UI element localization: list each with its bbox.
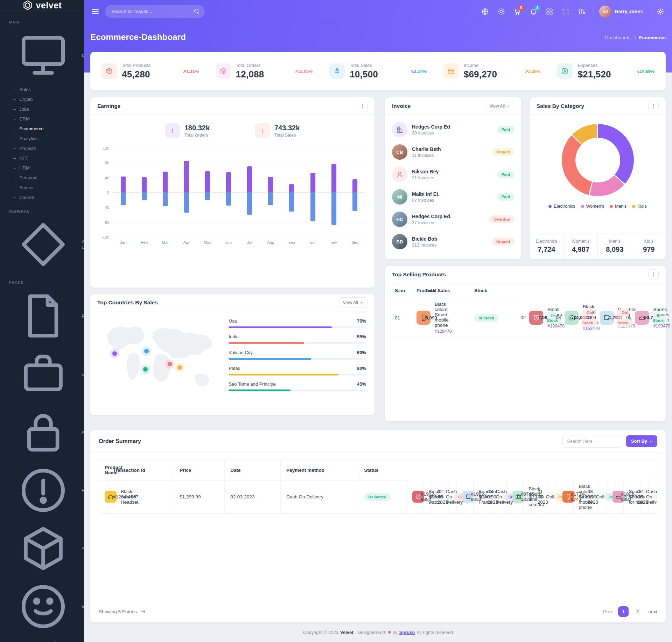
country-name: Sao Tome and Principe (229, 381, 275, 387)
column-header: Price (174, 460, 225, 481)
list-item[interactable]: Nikson Bey 21 Invoices Paid (392, 163, 514, 186)
list-item[interactable]: MI Malbi Inf Et. 07 Invoices Paid (392, 186, 514, 208)
cart-icon[interactable]: 5 (513, 8, 521, 15)
dash-bullet-icon (13, 87, 16, 92)
search-input[interactable] (105, 5, 205, 18)
pagination-prev[interactable]: Prev (603, 609, 613, 614)
list-item[interactable]: HC Hedges Corp Ed. 37 Invoices Overdue (392, 208, 514, 230)
list-item[interactable]: CB Charlie Beth 11 Invoices Unpaid (392, 141, 514, 163)
dash-bullet-icon (13, 136, 16, 141)
product-sku-link[interactable]: #129470 (435, 329, 452, 334)
country-name: Usa (229, 318, 237, 324)
kpi-value: $21,520 (578, 69, 611, 80)
sidebar-item-label: Stocks (19, 185, 33, 190)
sidebar-crypto[interactable]: Crypto (0, 94, 84, 104)
sun-icon[interactable] (497, 8, 505, 15)
sidebar-course[interactable]: Course (0, 192, 84, 202)
map-marker-icon[interactable] (177, 365, 182, 370)
legend-label: Women's (586, 204, 604, 209)
sidebar-nft[interactable]: NFT (0, 153, 84, 163)
pagination-page[interactable]: 2 (632, 606, 643, 617)
sidebar-apps[interactable]: Apps (0, 519, 84, 578)
grid-icon[interactable] (546, 8, 553, 15)
sidebar-pages[interactable]: PAGES (0, 279, 84, 285)
client-name: Bickle Bob (412, 236, 437, 242)
menu-toggle-icon[interactable] (92, 9, 99, 14)
sidebar-analytics[interactable]: Analytics (0, 133, 84, 143)
expand-icon[interactable] (562, 8, 569, 15)
sidebar-dashboards[interactable]: Dashboards 12 (0, 26, 84, 84)
stat-value: 180.32k (184, 124, 210, 132)
heart-icon: ♥ (388, 629, 391, 635)
gear-icon[interactable] (657, 8, 664, 15)
product-sku-link[interactable]: #193470 (653, 324, 670, 329)
sidebar-error[interactable]: Error (0, 461, 84, 519)
status-badge: Paid (497, 193, 514, 201)
map-marker-icon[interactable] (143, 367, 148, 372)
sidebar-icons[interactable]: Icons (0, 578, 84, 636)
sidebar-hrm[interactable]: HRM (0, 163, 84, 173)
sidebar-main[interactable]: MAIN (0, 19, 84, 25)
avatar (392, 122, 407, 137)
list-item[interactable]: BB Bickle Bob 313 Invoices Unpaid (392, 230, 514, 253)
more-menu-button[interactable] (648, 269, 659, 280)
price: $1,299.99 (174, 481, 225, 513)
velvet-logo-icon (22, 0, 33, 11)
user-menu[interactable]: HJ Harry Jones (592, 5, 650, 19)
breadcrumb-dashboards[interactable]: Dashboards (605, 35, 631, 40)
kpi-value: 12,088 (236, 69, 264, 80)
list-item[interactable]: Hedges Corp Ed 30 Invoices Paid (392, 118, 514, 141)
country-percent: 60% (357, 350, 366, 355)
sidebar-personal[interactable]: Personal (0, 173, 84, 182)
map-marker-icon[interactable] (144, 349, 149, 353)
sidebar-ecommerce[interactable]: Ecommerce (0, 124, 84, 133)
sidebar-item-label: Dashboards (82, 53, 84, 58)
more-menu-button[interactable] (648, 101, 659, 111)
table-search-input[interactable] (562, 435, 622, 448)
sidebar-utilities[interactable]: Utilities (0, 345, 84, 403)
status-badge: Delivered (364, 493, 391, 501)
pagination-page[interactable]: 1 (618, 606, 629, 617)
pagination-next[interactable]: next (648, 609, 657, 614)
sidebar-projects[interactable]: Projects (0, 143, 84, 153)
sidebar-advanced-ui[interactable]: Advanced Ui (0, 215, 84, 274)
entries-count: Showing 5 Entries (99, 609, 137, 614)
product-sku-link[interactable]: #153470 (583, 326, 600, 331)
bell-icon[interactable]: 3 (530, 8, 537, 15)
globe-icon[interactable] (481, 8, 489, 15)
more-menu-button[interactable] (357, 101, 368, 111)
search-icon[interactable] (193, 8, 200, 15)
filter-icon[interactable] (578, 8, 586, 15)
progress-fill (229, 326, 331, 328)
view-all-button[interactable]: View All (485, 101, 514, 111)
sidebar-general[interactable]: GENERAL (0, 208, 84, 214)
sidebar-sales[interactable]: Sales (0, 84, 84, 94)
sidebar-pages[interactable]: Pages (0, 287, 84, 345)
invoice-card: Invoice View All Hedges Cor (385, 97, 521, 259)
dash-bullet-icon (13, 106, 16, 112)
category-electronics: Electronics 7,724 (530, 234, 564, 259)
brand-logo[interactable]: velvet (0, 0, 84, 11)
view-all-button[interactable]: View All (338, 297, 368, 308)
invoice-count: 30 Invoices (412, 131, 450, 136)
sidebar-item-label: MAIN (9, 20, 20, 24)
map-marker-icon[interactable] (112, 351, 117, 356)
sidebar-jobs[interactable]: Jobs (0, 104, 84, 114)
sidebar-item-label: Crypto (19, 97, 33, 102)
product-name: Black colord Smart mobile phone (435, 302, 452, 328)
country-usa: Usa 75% (229, 318, 366, 328)
sidebar-crm[interactable]: CRM (0, 114, 84, 124)
row-number: 02 (518, 298, 526, 338)
sidebar-item-label: Error (82, 488, 84, 493)
sidebar-item-icon (9, 348, 78, 400)
country-percent: 80% (357, 366, 366, 371)
sidebar-item-label: HRM (19, 165, 30, 171)
dash-bullet-icon (13, 195, 16, 200)
product-sku-link[interactable]: #199470 (547, 324, 565, 329)
sidebar-widgets[interactable]: Widgets Hot (0, 636, 84, 642)
sidebar-stocks[interactable]: Stocks (0, 182, 84, 192)
map-marker-icon[interactable] (168, 362, 172, 366)
sidebar-authentication[interactable]: Authentication (0, 403, 84, 461)
sort-by-button[interactable]: Sort By (626, 435, 657, 447)
spruko-link[interactable]: Spruko (399, 630, 415, 635)
